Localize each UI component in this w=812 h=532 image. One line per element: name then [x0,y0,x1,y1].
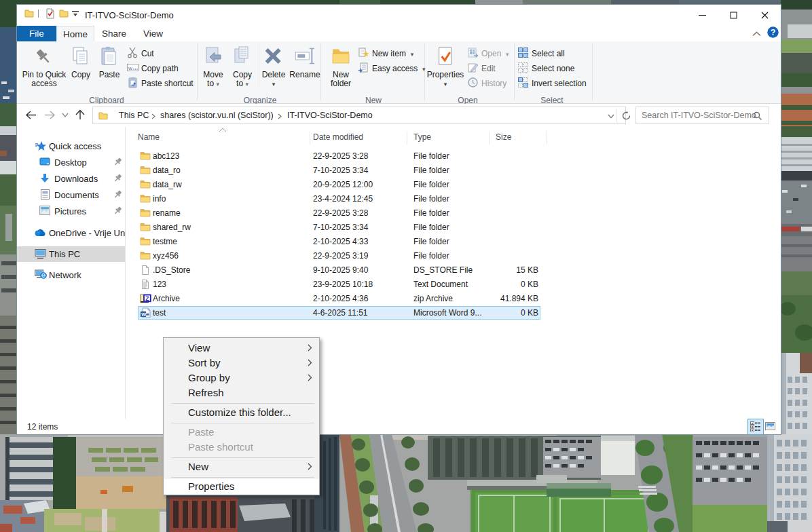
svg-text:w: w [128,65,132,71]
svg-text:?: ? [771,28,776,37]
svg-text:Z: Z [145,295,149,302]
svg-text:W: W [141,311,147,318]
